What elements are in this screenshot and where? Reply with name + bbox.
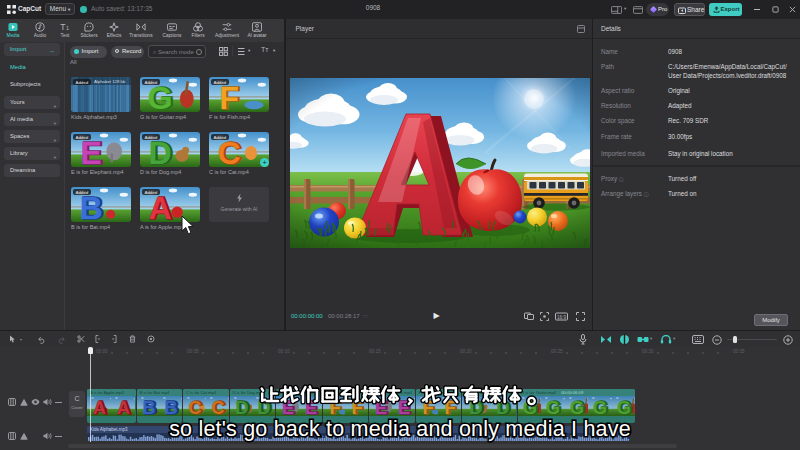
svg-text:1: 1: [66, 25, 69, 31]
svg-text:Alphabet 128 kb: Alphabet 128 kb: [94, 79, 126, 84]
svg-text:16:9: 16:9: [557, 315, 566, 320]
